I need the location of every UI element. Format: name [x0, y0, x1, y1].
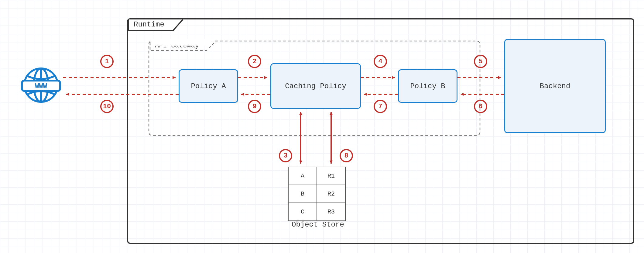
runtime-label: Runtime — [134, 20, 164, 29]
arrows-layer — [0, 0, 644, 253]
diagram-canvas: Runtime API Gateway Policy A Caching Pol… — [0, 0, 644, 253]
